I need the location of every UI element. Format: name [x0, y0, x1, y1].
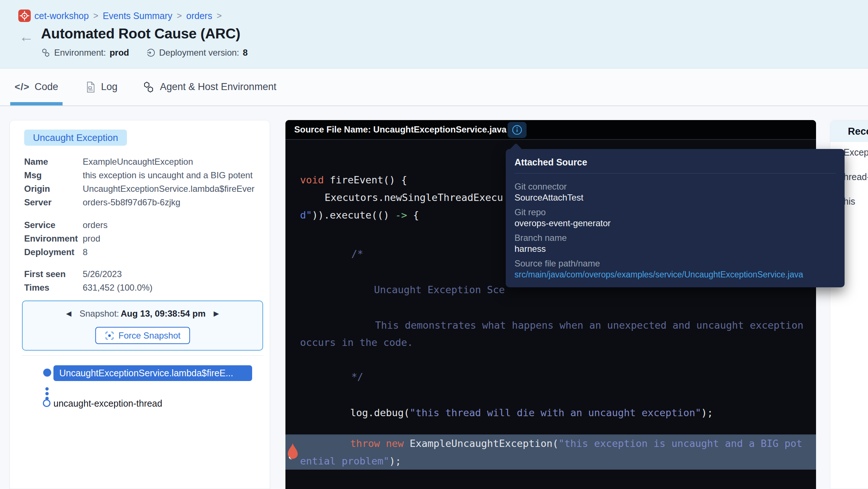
detail-label: First seen [24, 269, 83, 279]
force-snapshot-button[interactable]: Force Snapshot [95, 327, 190, 344]
attached-source-tooltip: Attached Source Git connectorSourceAttac… [506, 149, 845, 287]
stack-frame-filled-dot [43, 369, 51, 377]
detail-label: Service [24, 220, 83, 230]
snapshot-label: Snapshot: [79, 309, 119, 318]
event-identity-group: NameExampleUncaughtExceptionMsgthis exce… [24, 155, 264, 209]
detail-label: Environment [24, 234, 83, 244]
detail-label: Msg [24, 170, 83, 180]
code-token: */ [351, 371, 363, 382]
code-token: { [407, 209, 419, 221]
tooltip-field-value: harness [515, 243, 837, 254]
detail-value: UncaughtExceptionService.lambda$fireEver [83, 184, 255, 194]
tab-log[interactable]: Log [86, 68, 117, 105]
code-token: "this thread will die with an uncaught e… [410, 407, 701, 418]
arc-page: cet-workshop>Events Summary>orders> ← Au… [0, 0, 868, 489]
tooltip-field-label: Git repo [515, 207, 837, 218]
breadcrumb-link[interactable]: orders [186, 11, 212, 21]
detail-value: this exception is uncaught and a BIG pot… [83, 170, 252, 180]
code-token: occurs in the code. [300, 337, 413, 348]
target-logo-icon [18, 10, 31, 22]
tooltip-source-path-link[interactable]: src/main/java/com/overops/examples/servi… [515, 269, 837, 280]
breadcrumb-link[interactable]: Events Summary [103, 11, 172, 21]
recorded-panel-title: Reco [848, 126, 868, 137]
code-token [380, 438, 386, 449]
tooltip-title: Attached Source [515, 157, 587, 168]
code-line: This demonstrates what happens when an u… [375, 320, 803, 331]
deployment-version-icon [146, 48, 156, 57]
flame-icon [287, 443, 299, 460]
tab-code-label: Code [35, 81, 59, 93]
detail-label: Name [24, 157, 83, 167]
tooltip-divider [515, 173, 836, 173]
event-details-card: Uncaught Exception NameExampleUncaughtEx… [10, 120, 270, 489]
breadcrumb-separator-icon: > [216, 11, 222, 21]
tab-agent-host-environment[interactable]: Agent & Host Environment [142, 68, 276, 105]
code-token: ential problem" [300, 455, 389, 467]
log-document-icon [86, 81, 96, 93]
stack-frame-thread[interactable]: uncaught-exception-thread [53, 398, 162, 409]
detail-value: orders-5b8f97d67b-6zjkg [83, 197, 180, 208]
detail-label: Origin [24, 184, 83, 194]
force-snapshot-label: Force Snapshot [119, 331, 180, 341]
stack-frame-selected[interactable]: UncaughtExceptionService.lambda$fireE... [53, 365, 252, 381]
recorded-row[interactable]: his [843, 196, 855, 207]
code-line: */ [351, 372, 363, 382]
detail-value: 5/26/2023 [83, 269, 122, 279]
code-line: ential problem"); [300, 456, 401, 467]
environment-value: prod [109, 48, 129, 58]
tooltip-fields: Git connectorSourceAttachTestGit repoove… [515, 178, 837, 280]
detail-row: Environmentprod [24, 232, 264, 245]
detail-value: 631,452 (100.0%) [83, 283, 153, 293]
snapshot-next-button[interactable]: ▶ [212, 308, 221, 319]
detail-row: Serverorders-5b8f97d67b-6zjkg [24, 195, 264, 209]
stack-frame-open-dot [43, 399, 50, 407]
page-header: cet-workshop>Events Summary>orders> ← Au… [0, 0, 868, 68]
recorded-row[interactable]: Excepti [843, 147, 868, 158]
breadcrumb-link[interactable]: cet-workshop [34, 11, 89, 21]
code-line: log.debug("this thread will die with an … [350, 407, 713, 418]
tab-bar: </> Code Log Agent & Host Enviro [0, 68, 868, 106]
code-brackets-icon: </> [15, 81, 30, 93]
deployment-meta: Deployment version: 8 [146, 48, 248, 58]
detail-row: NameExampleUncaughtException [24, 155, 264, 168]
detail-value: prod [83, 234, 100, 244]
code-token: fireEvent() { [324, 174, 407, 186]
tab-code[interactable]: </> Code [10, 68, 63, 105]
detail-row: OriginUncaughtExceptionService.lambda$fi… [24, 182, 264, 195]
breadcrumb-links: cet-workshop>Events Summary>orders> [34, 11, 222, 21]
code-line: Executors.newSingleThreadExecu [325, 192, 503, 203]
detail-row: Serviceorders [24, 218, 264, 232]
code-panel-header: Source File Name: UncaughtExceptionServi… [285, 120, 816, 140]
event-stats-group: First seen5/26/2023Times631,452 (100.0%) [24, 267, 264, 294]
tooltip-field-value: overops-event-generator [515, 218, 837, 229]
snapshot-box: ◀ Snapshot: Aug 13, 09:38:54 pm ▶ [22, 301, 263, 351]
detail-row: First seen5/26/2023 [24, 267, 264, 281]
code-line: Uncaught Exception Sce [374, 284, 505, 295]
code-line: void fireEvent() { [300, 175, 407, 186]
detail-row: Times631,452 (100.0%) [24, 281, 264, 294]
code-line: /* [351, 249, 363, 260]
code-token: void [300, 174, 324, 186]
back-arrow-icon[interactable]: ← [19, 29, 34, 44]
code-token: log.debug( [350, 407, 410, 418]
viewfinder-icon [105, 331, 114, 340]
deployment-label: Deployment version: [159, 48, 239, 58]
deployment-value: 8 [243, 48, 248, 58]
detail-label: Deployment [24, 247, 83, 257]
environment-meta: Environment: prod [41, 48, 129, 58]
recorded-row[interactable]: hread- [843, 172, 868, 182]
code-token: )).execute(() [312, 209, 396, 221]
header-meta: Environment: prod Deployment version: 8 [41, 48, 248, 58]
event-type-badge: Uncaught Exception [24, 130, 127, 146]
stack-connector-dot [45, 392, 49, 395]
code-token: ); [701, 407, 713, 418]
detail-label: Server [24, 197, 83, 208]
attached-source-info-icon[interactable] [508, 122, 527, 138]
code-token: ExampleUncaughtException( [404, 438, 558, 449]
tooltip-field-label: Branch name [515, 232, 837, 243]
code-token: This demonstrates what happens when an u… [375, 320, 803, 331]
card-divider [22, 355, 263, 356]
recorded-panel-header: Reco [830, 120, 868, 142]
code-token: throw [350, 438, 380, 449]
snapshot-prev-button[interactable]: ◀ [65, 308, 73, 319]
